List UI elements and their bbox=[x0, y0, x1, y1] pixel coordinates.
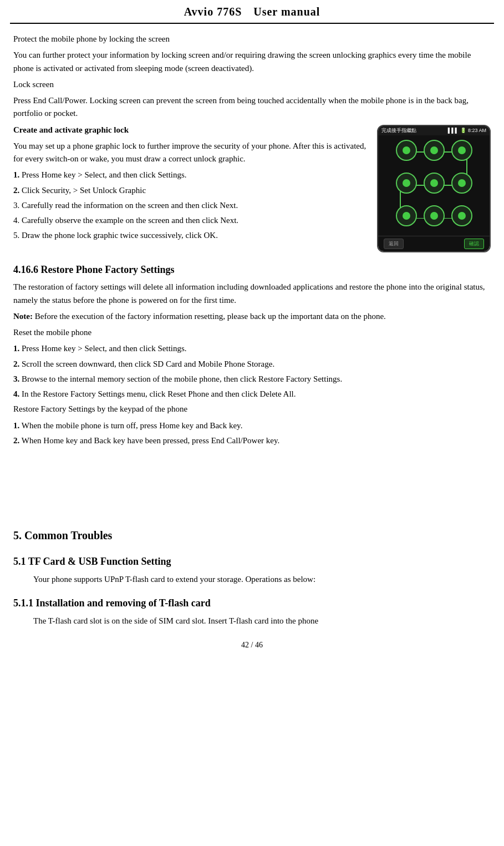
dot-2 bbox=[424, 140, 445, 161]
keypad-step-1: 1. When the mobile phone is turn off, pr… bbox=[13, 419, 491, 432]
section51-para: Your phone supports UPnP T-flash card to… bbox=[13, 573, 491, 586]
note-text: Before the execution of the factory info… bbox=[33, 312, 386, 321]
dot-3 bbox=[451, 140, 472, 161]
restore-heading: 4.16.6 Restore Phone Factory Settings bbox=[13, 262, 491, 278]
content: Protect the mobile phone by locking the … bbox=[10, 33, 494, 650]
note-para: Note: Before the execution of the factor… bbox=[13, 310, 491, 323]
section5-heading: 5. Common Troubles bbox=[13, 527, 491, 544]
phone-status-bar: 完成後手指繼點 ▌▌▌ 🔋 8:23 AM bbox=[378, 126, 490, 135]
reset-label: Reset the mobile phone bbox=[13, 326, 491, 339]
keypad-step-2: 2. When Home key and Back key have been … bbox=[13, 434, 491, 447]
phone-confirm-btn: 確認 bbox=[464, 239, 484, 249]
battery-icon: 🔋 bbox=[460, 128, 466, 133]
signal-icon: ▌▌▌ bbox=[448, 128, 459, 133]
page-container: Avvio 776S User manual Protect the mobil… bbox=[0, 0, 504, 650]
section511-heading: 5.1.1 Installation and removing of T-fla… bbox=[13, 596, 491, 611]
dot-5 bbox=[424, 173, 445, 194]
dot-8 bbox=[424, 205, 445, 226]
dot-9 bbox=[451, 205, 472, 226]
dot-1 bbox=[396, 140, 417, 161]
reset-step-4: 4. In the Restore Factory Settings menu,… bbox=[13, 388, 491, 401]
spacer bbox=[13, 449, 491, 494]
time-display: 8:23 AM bbox=[468, 128, 486, 133]
dot-6 bbox=[451, 173, 472, 194]
intro-heading: Protect the mobile phone by locking the … bbox=[13, 33, 491, 45]
phone-status-icons: ▌▌▌ 🔋 8:23 AM bbox=[448, 128, 486, 133]
note-label: Note: bbox=[13, 312, 33, 321]
reset-step-1: 1. Press Home key > Select, and then cli… bbox=[13, 342, 491, 355]
section511-para: The T-flash card slot is on the side of … bbox=[13, 615, 491, 627]
phone-screen: 完成後手指繼點 ▌▌▌ 🔋 8:23 AM bbox=[378, 126, 490, 251]
lock-screen-para: Press End Call/Power. Locking screen can… bbox=[13, 94, 491, 120]
dot-4 bbox=[396, 173, 417, 194]
phone-status-left: 完成後手指繼點 bbox=[381, 127, 416, 134]
reset-step-3: 3. Browse to the internal memory section… bbox=[13, 373, 491, 386]
keypad-label: Restore Factory Settings by the keypad o… bbox=[13, 403, 491, 416]
dot-grid bbox=[388, 135, 480, 236]
intro-para: You can further protect your information… bbox=[13, 49, 491, 75]
phone-bottom-bar: 返回 確認 bbox=[378, 236, 490, 251]
section5: 5. Common Troubles 5.1 TF Card & USB Fun… bbox=[13, 527, 491, 627]
lock-screen-label: Lock screen bbox=[13, 78, 491, 91]
phone-mockup: 完成後手指繼點 ▌▌▌ 🔋 8:23 AM bbox=[377, 125, 491, 252]
phone-back-btn: 返回 bbox=[384, 239, 404, 249]
dot-7 bbox=[396, 205, 417, 226]
page-number: 42 / 46 bbox=[13, 641, 491, 650]
graphic-lock-section: 完成後手指繼點 ▌▌▌ 🔋 8:23 AM bbox=[13, 124, 491, 257]
restore-para: The restoration of factory settings will… bbox=[13, 281, 491, 307]
page-title: Avvio 776S User manual bbox=[10, 0, 494, 24]
section51-heading: 5.1 TF Card & USB Function Setting bbox=[13, 554, 491, 570]
reset-step-2: 2. Scroll the screen downward, then clic… bbox=[13, 358, 491, 371]
